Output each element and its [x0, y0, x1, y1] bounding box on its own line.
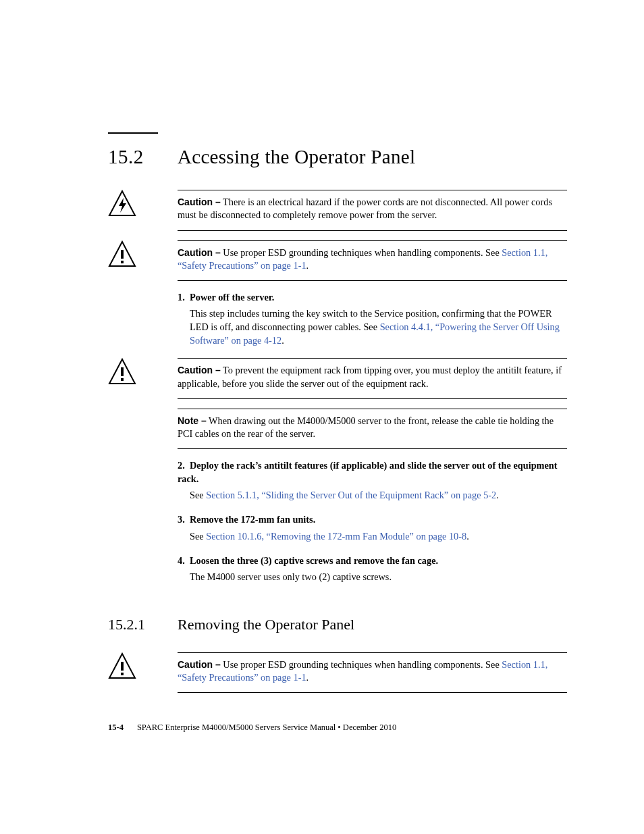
step-list: 1.Power off the server. This step includ…	[178, 290, 567, 347]
section-rule	[108, 132, 158, 134]
step-heading: 2.Deploy the rack’s antitilt features (i…	[178, 459, 567, 486]
page-footer: 15-4SPARC Enterprise M4000/M5000 Servers…	[108, 723, 396, 733]
step-body: The M4000 server uses only two (2) capti…	[190, 570, 567, 583]
caution-text: Caution – Use proper ESD grounding techn…	[178, 240, 567, 282]
step-body: This step includes turning the key switc…	[190, 307, 567, 347]
caution-body: To prevent the equipment rack from tippi…	[178, 365, 562, 388]
svg-rect-5	[121, 367, 124, 376]
step-number: 1.	[178, 290, 190, 304]
warning-icon	[108, 652, 178, 679]
svg-rect-9	[121, 673, 124, 675]
step-text: See	[190, 531, 206, 542]
step-title: Power off the server.	[190, 292, 274, 303]
step-text: .	[496, 490, 499, 500]
note-text: Note – When drawing out the M4000/M5000 …	[178, 409, 567, 450]
svg-rect-2	[121, 250, 124, 259]
note-body: When drawing out the M4000/M5000 server …	[178, 415, 554, 439]
step-list: 2.Deploy the rack’s antitilt features (i…	[178, 459, 567, 583]
caution-body: Use proper ESD grounding techniques when…	[221, 247, 502, 258]
warning-icon	[108, 240, 178, 267]
step-heading: 3.Remove the 172-mm fan units.	[178, 513, 567, 526]
step-title: Deploy the rack’s antitilt features (if …	[178, 460, 558, 484]
caution-body: There is an electrical hazard if the pow…	[178, 197, 552, 220]
caution-block: Caution – There is an electrical hazard …	[108, 190, 567, 231]
step-number: 3.	[178, 513, 190, 526]
content-area: 15.2 Accessing the Operator Panel Cautio…	[108, 132, 567, 702]
caution-label: Caution –	[178, 365, 221, 375]
caution-block: Caution – Use proper ESD grounding techn…	[108, 240, 567, 282]
cross-reference-link[interactable]: Section 5.1.1, “Sliding the Server Out o…	[206, 490, 496, 500]
step-title: Remove the 172-mm fan units.	[190, 514, 315, 525]
caution-text: Caution – To prevent the equipment rack …	[178, 358, 567, 399]
caution-label: Caution –	[178, 659, 221, 670]
step-number: 4.	[178, 554, 190, 567]
document-page: 15.2 Accessing the Operator Panel Cautio…	[0, 0, 644, 834]
caution-label: Caution –	[178, 197, 221, 207]
caution-block: Caution – To prevent the equipment rack …	[108, 358, 567, 399]
subsection-number: 15.2.1	[108, 616, 178, 633]
warning-icon	[108, 358, 178, 385]
svg-rect-3	[121, 261, 124, 263]
cross-reference-link[interactable]: Section 10.1.6, “Removing the 172-mm Fan…	[206, 531, 466, 542]
step-body: See Section 5.1.1, “Sliding the Server O…	[190, 488, 567, 502]
caution-body: Use proper ESD grounding techniques when…	[221, 659, 502, 670]
section-heading: 15.2 Accessing the Operator Panel	[108, 146, 567, 168]
electrical-hazard-icon	[108, 190, 178, 217]
svg-rect-6	[121, 378, 124, 381]
step-text: See	[190, 490, 206, 500]
step-heading: 1.Power off the server.	[178, 290, 567, 304]
step-item: 1.Power off the server. This step includ…	[178, 290, 567, 347]
footer-text: SPARC Enterprise M4000/M5000 Servers Ser…	[137, 723, 396, 732]
step-item: 3.Remove the 172-mm fan units. See Secti…	[178, 513, 567, 542]
subsection-heading: 15.2.1 Removing the Operator Panel	[108, 616, 567, 633]
caution-after: .	[306, 260, 309, 271]
caution-text: Caution – Use proper ESD grounding techn…	[178, 652, 567, 694]
section-number: 15.2	[108, 146, 178, 168]
step-item: 4.Loosen the three (3) captive screws an…	[178, 554, 567, 583]
step-text: .	[281, 335, 284, 346]
note-label: Note –	[178, 415, 207, 426]
page-number: 15-4	[108, 723, 124, 732]
step-number: 2.	[178, 459, 190, 472]
step-heading: 4.Loosen the three (3) captive screws an…	[178, 554, 567, 567]
caution-label: Caution –	[178, 247, 221, 258]
section-title: Accessing the Operator Panel	[178, 146, 415, 168]
note-block: Note – When drawing out the M4000/M5000 …	[108, 409, 567, 450]
step-text: .	[466, 531, 469, 542]
caution-after: .	[306, 672, 309, 683]
caution-text: Caution – There is an electrical hazard …	[178, 190, 567, 231]
subsection-title: Removing the Operator Panel	[178, 616, 354, 633]
caution-block: Caution – Use proper ESD grounding techn…	[108, 652, 567, 694]
step-item: 2.Deploy the rack’s antitilt features (i…	[178, 459, 567, 502]
svg-rect-8	[121, 662, 124, 671]
step-body: See Section 10.1.6, “Removing the 172-mm…	[190, 529, 567, 543]
step-title: Loosen the three (3) captive screws and …	[190, 555, 438, 566]
